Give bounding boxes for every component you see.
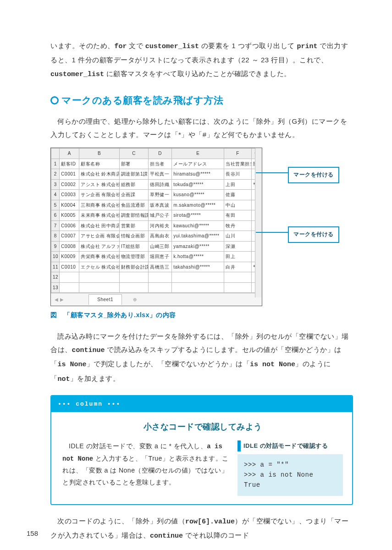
text: の要素を 1 つずつ取り出して — [199, 42, 297, 50]
text: でそれ以降のコード — [183, 531, 249, 539]
callout-line — [256, 172, 288, 173]
excel-grid: A B C D E F G 1 顧客ID 顧客名称 部署 担当者 メールアドレス… — [51, 148, 262, 293]
table-row: 5K0004三和商事 株式会社食品流通部坂本真波m.sakamoto@*****… — [51, 200, 262, 210]
code-customer-list-2: customer_list — [50, 71, 104, 78]
text: 」を加えます。 — [70, 374, 120, 382]
callout-mark-1: マークを付ける — [288, 167, 339, 183]
column-title: 小さなコードで確認してみよう — [62, 419, 343, 434]
table-row: 11C0010エクセル 株式会社財務部会計課高橋浩三takahashi@****… — [51, 262, 262, 272]
table-row: 3C0002アシスト 株式会社総務部徳田詩織tokuda@*****上田* — [51, 179, 262, 190]
code-customer-list: customer_list — [145, 43, 199, 50]
code-is-not-none: is not None — [250, 361, 295, 368]
code-continue-2: continue — [150, 532, 183, 540]
text: 」で判定しましたが、「空欄でないかどうか」は「 — [87, 360, 250, 368]
page-content: います。そのため、for 文で customer_list の要素を 1 つずつ… — [0, 0, 392, 550]
code-row-value: row[6].value — [185, 518, 235, 526]
callout-mark-2: マークを付ける — [288, 226, 339, 242]
table-row: 10K0009共栄商事 株式会社物流管理部堀田恵子k.hotta@*****田上 — [51, 252, 262, 262]
col-B: B — [79, 148, 120, 159]
col-C: C — [119, 148, 148, 159]
table-row: 8C0007アサヒ企画 有限会社情報企画部高島由衣yui.takashima@*… — [51, 231, 262, 242]
paragraph-2: 何らかの理由で、処理から除外したい顧客には、次のように「除外」列（G列）にマーク… — [50, 115, 353, 142]
figure-caption: 図 「顧客マスタ_除外あり.xlsx」の内容 — [50, 309, 353, 321]
text: に顧客マスタをすべて取り込めたことが確認できました。 — [104, 70, 291, 77]
scrollbar-icon — [255, 148, 262, 297]
text: 次のコードのように、「除外」列の値（ — [57, 517, 185, 525]
column-header: ••• column ••• — [51, 396, 352, 412]
idle-caption: IDLE の対話モードで確認する — [237, 440, 343, 451]
excel-sheet-bar: ◀ ▶ Sheet1 ⊕ — [51, 293, 262, 306]
idle-code-block: >>> a = "*" >>> a is not None True — [237, 454, 343, 496]
code-not: not — [58, 375, 70, 383]
col-A: A — [60, 148, 79, 159]
col-D: D — [149, 148, 172, 159]
code-print: print — [297, 43, 317, 50]
text: います。そのため、 — [50, 42, 115, 50]
table-row: 13 — [51, 282, 262, 293]
table-row: 9C0008株式会社 アルファIT総括部山崎三郎yamazaki@*****深瀬 — [51, 241, 262, 252]
code-for: for — [115, 43, 127, 50]
code-is-none: is None — [58, 361, 87, 368]
table-row: 7C0006株式会社 田中商店営業部河内裕夫kawauchi@*****牧丹 — [51, 220, 262, 231]
excel-col-header: A B C D E F G — [51, 148, 262, 159]
table-row: 4C0003サン企画 有限会社企画課草野健一kusano@*****佐藤 — [51, 190, 262, 200]
table-row: 12 — [51, 272, 262, 283]
page-number: 158 — [27, 529, 38, 537]
table-row: 6K0005未来商事 株式会社調査部情報課城戸公子sirota@*****有田 — [51, 210, 262, 221]
paragraph-1: います。そのため、for 文で customer_list の要素を 1 つずつ… — [50, 39, 353, 81]
section-heading: マークのある顧客を読み飛ばす方法 — [50, 91, 353, 110]
text: IDLE の対話モードで、変数 a に * を代入し、 — [62, 440, 207, 452]
sheet-tab: Sheet1 — [88, 294, 122, 305]
corner — [51, 148, 60, 159]
callout-line — [256, 232, 288, 233]
paragraph-4: 次のコードのように、「除外」列の値（row[6].value）が「空欄でない」、… — [50, 514, 353, 543]
col-E: E — [172, 148, 224, 159]
column-text: IDLE の対話モードで、変数 a に * を代入し、a is not None… — [62, 440, 229, 489]
heading-text: マークのある顧客を読み飛ばす方法 — [61, 91, 223, 110]
bullet-icon — [50, 96, 59, 104]
column-box: ••• column ••• 小さなコードで確認してみよう IDLE の対話モー… — [50, 395, 353, 505]
excel-header-row: 1 顧客ID 顧客名称 部署 担当者 メールアドレス 当社営業担当 除外 — [51, 159, 262, 169]
code-continue: continue — [72, 346, 105, 354]
table-row: 2C0001株式会社 鈴木商店調達部第1課平松真一hiramatsu@*****… — [51, 169, 262, 180]
text: 文で — [127, 42, 145, 50]
col-F: F — [224, 148, 251, 159]
excel-screenshot: A B C D E F G 1 顧客ID 顧客名称 部署 担当者 メールアドレス… — [50, 148, 262, 306]
paragraph-3: 読み込み時にマークを付けたデータを除外するには、「除外」列のセルが「空欄でない」… — [50, 330, 353, 386]
